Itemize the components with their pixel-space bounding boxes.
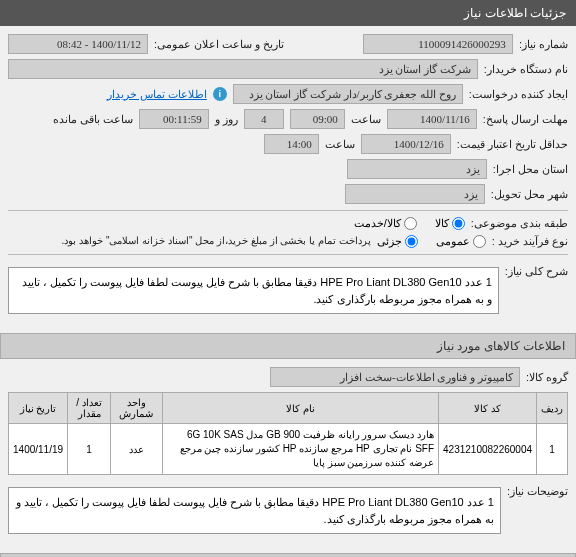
class-radio-1[interactable] <box>452 217 465 230</box>
loc-exec-label: استان محل اجرا: <box>493 163 568 176</box>
class-radio-group: کالا کالا/خدمت <box>354 217 465 230</box>
permits-section-header: اطلاعات مجوزهای ارائه خدمت / کالا <box>0 553 576 557</box>
time-label-2: ساعت <box>325 138 355 151</box>
desc-label: توضیحات نیاز: <box>507 481 568 498</box>
items-section-header: اطلاعات کالاهای مورد نیاز <box>0 333 576 359</box>
table-row[interactable]: 1 4231210082260004 هارد دیسک سرور رایانه… <box>9 424 568 475</box>
loc-deliver-label: شهر محل تحویل: <box>491 188 568 201</box>
cell-date: 1400/11/19 <box>9 424 68 475</box>
process-label: نوع فرآیند خرید : <box>492 235 568 248</box>
th-qty: تعداد / مقدار <box>68 393 111 424</box>
buyer-input[interactable] <box>8 59 478 79</box>
validity-label: حداقل تاریخ اعتبار قیمت: <box>457 138 568 151</box>
group-label: گروه کالا: <box>526 371 568 384</box>
th-name: نام کالا <box>162 393 438 424</box>
table-header-row: ردیف کد کالا نام کالا واحد شمارش تعداد /… <box>9 393 568 424</box>
days-input[interactable] <box>244 109 284 129</box>
cell-code: 4231210082260004 <box>439 424 537 475</box>
th-date: تاریخ نیاز <box>9 393 68 424</box>
class-radio-2[interactable] <box>404 217 417 230</box>
class-opt2[interactable]: کالا/خدمت <box>354 217 417 230</box>
page-header: جزئیات اطلاعات نیاز <box>0 0 576 26</box>
class-opt1[interactable]: کالا <box>435 217 465 230</box>
days-label: روز و <box>215 113 238 126</box>
remain-label: ساعت باقی مانده <box>53 113 133 126</box>
deadline-label: مهلت ارسال پاسخ: <box>483 113 568 126</box>
creator-input[interactable] <box>233 84 463 104</box>
validity-date[interactable] <box>361 134 451 154</box>
deadline-date[interactable] <box>387 109 477 129</box>
class-label: طبقه بندی موضوعی: <box>471 217 568 230</box>
remain-input[interactable] <box>139 109 209 129</box>
summary-box: 1 عدد HPE Pro Liant DL380 Gen10 دقیقا مط… <box>8 267 499 314</box>
cell-unit: عدد <box>111 424 163 475</box>
cell-name: هارد دیسک سرور رایانه ظرفیت GB 900 مدل 6… <box>162 424 438 475</box>
info-icon: i <box>213 87 227 101</box>
loc-deliver-input[interactable] <box>345 184 485 204</box>
th-unit: واحد شمارش <box>111 393 163 424</box>
deadline-time[interactable] <box>290 109 345 129</box>
creator-label: ایجاد کننده درخواست: <box>469 88 568 101</box>
need-no-label: شماره نیاز: <box>519 38 568 51</box>
announce-label: تاریخ و ساعت اعلان عمومی: <box>154 38 284 51</box>
announce-input[interactable] <box>8 34 148 54</box>
validity-time[interactable] <box>264 134 319 154</box>
group-input[interactable] <box>270 367 520 387</box>
th-row: ردیف <box>537 393 568 424</box>
time-label-1: ساعت <box>351 113 381 126</box>
cell-row: 1 <box>537 424 568 475</box>
process-radio-1[interactable] <box>473 235 486 248</box>
desc-box: 1 عدد HPE Pro Liant DL380 Gen10 دقیقا مط… <box>8 487 501 534</box>
process-radio-2[interactable] <box>405 235 418 248</box>
process-note: پرداخت تمام یا بخشی از مبلغ خرید،از محل … <box>62 235 371 246</box>
th-code: کد کالا <box>439 393 537 424</box>
process-opt2[interactable]: جزئی <box>377 235 418 248</box>
need-no-input[interactable] <box>363 34 513 54</box>
buyer-label: نام دستگاه خریدار: <box>484 63 568 76</box>
summary-label: شرح کلی نیاز: <box>505 261 568 278</box>
items-table: ردیف کد کالا نام کالا واحد شمارش تعداد /… <box>8 392 568 475</box>
page-title: جزئیات اطلاعات نیاز <box>464 6 566 20</box>
contact-link[interactable]: اطلاعات تماس خریدار <box>107 88 207 101</box>
process-opt1[interactable]: عمومی <box>436 235 486 248</box>
process-radio-group: عمومی جزئی <box>377 235 486 248</box>
loc-exec-input[interactable] <box>347 159 487 179</box>
cell-qty: 1 <box>68 424 111 475</box>
